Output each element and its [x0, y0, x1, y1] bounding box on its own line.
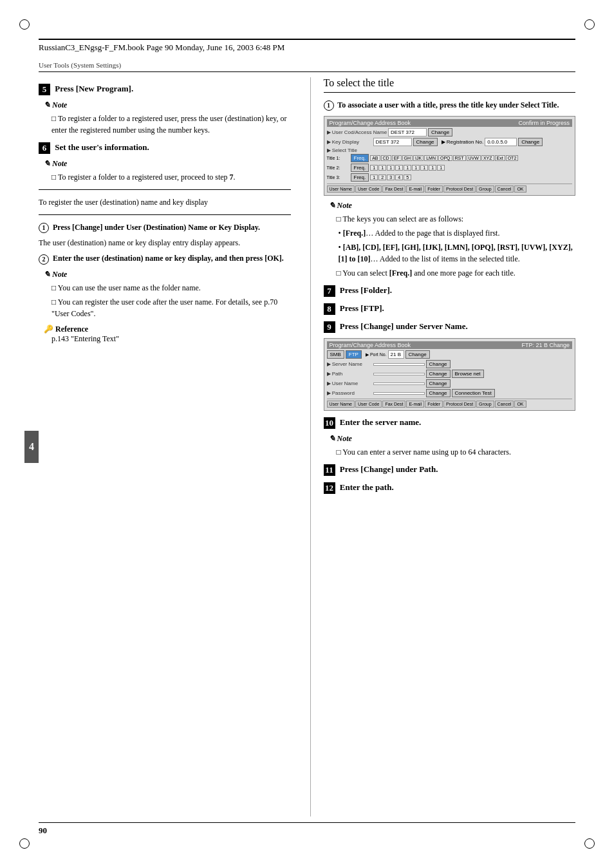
mock-ftp-row4: ▶ User Name Change: [327, 379, 573, 388]
sub1-circ: 1: [39, 223, 49, 233]
mock-title3-row: Title 3: Freq. 12345: [327, 173, 412, 182]
mock-screen-2: Program/Change Address Book FTP: 21 B Ch…: [324, 338, 576, 411]
sub1-instruction: 1 Press [Change] under User (Destination…: [39, 222, 291, 233]
step6-heading: 6 Set the user's information.: [39, 142, 291, 154]
bullet-alpha: [AB], [CD], [EF], [GH], [IJK], [LMN], [O…: [339, 241, 576, 265]
reference-box: Reference p.143 "Entering Text": [44, 325, 291, 344]
step8-heading: 8 Press [FTP].: [324, 303, 576, 315]
mock-screen2-titlebar: Program/Change Address Book FTP: 21 B Ch…: [327, 341, 573, 349]
divider2: [39, 214, 291, 215]
step5-note-title: Note: [44, 100, 291, 110]
mock-ftp-row5: ▶ Password Change Connection Test: [327, 389, 573, 397]
mock-nav-2: User Name User Code Fax Dest E-mail Fold…: [327, 399, 573, 408]
sub2-note: Note You can use the user name as the fo…: [44, 270, 291, 319]
step5-note: Note To register a folder to a registere…: [44, 100, 291, 136]
step9-num: 9: [324, 321, 335, 333]
step5-note-item-1: To register a folder to a registered use…: [51, 113, 291, 136]
sub2-note-item-1: You can use the user name as the folder …: [51, 282, 291, 294]
corner-mark-tr: [584, 19, 595, 30]
step11-heading: 11 Press [Change] under Path.: [324, 464, 576, 476]
left-column: 4 5 Press [New Program]. Note To registe…: [39, 77, 297, 816]
mock-screen-1: Program/Change Address Book Confirm in P…: [324, 116, 576, 196]
mock-title2-row: Title 2: Freq. 111111111: [327, 164, 445, 172]
step11-num: 11: [324, 464, 335, 476]
page-number: 90: [39, 826, 47, 836]
step10-heading: 10 Enter the server name.: [324, 417, 576, 429]
step10-num: 10: [324, 417, 335, 429]
sub2-circ: 2: [39, 254, 49, 265]
step12-text: Enter the path.: [340, 482, 394, 492]
step6-num: 6: [39, 142, 50, 154]
top-header: RussianC3_ENgsg-F_FM.book Page 90 Monday…: [39, 39, 575, 53]
mock-screen1-titlebar: Program/Change Address Book Confirm in P…: [327, 119, 573, 127]
step9-heading: 9 Press [Change] under Server Name.: [324, 321, 576, 333]
right-note1-title: Note: [329, 201, 576, 211]
mock-nav-1: User Name User Code Fax Dest E-mail Fold…: [327, 184, 573, 193]
sub-heading-dest: To register the user (destination) name …: [39, 196, 291, 208]
step10-note-item: You can enter a server name using up to …: [337, 446, 576, 458]
right-note1-item: The keys you can select are as follows:: [337, 213, 576, 225]
side-tab: 4: [24, 431, 39, 463]
corner-mark-br: [584, 838, 595, 849]
sub2-note-item-2: You can register the user code after the…: [51, 296, 291, 319]
mock-row-select-title: ▶ Select Title Title 1: Freq. ABCDEFGHIJ…: [327, 147, 573, 182]
step6-note-title: Note: [44, 159, 291, 169]
step6-note: Note To register a folder to a registere…: [44, 159, 291, 183]
page-header-text: User Tools (System Settings): [39, 61, 121, 69]
step10-text: Enter the server name.: [340, 417, 422, 427]
right-title: To select the title: [324, 77, 576, 93]
right-sub1-circ: 1: [324, 100, 334, 111]
right-column: To select the title 1 To associate a use…: [310, 77, 576, 816]
step7-heading: 7 Press [Folder].: [324, 285, 576, 297]
file-info: RussianC3_ENgsg-F_FM.book Page 90 Monday…: [39, 42, 284, 53]
mock-title3-keys: 12345: [370, 175, 411, 180]
step8-num: 8: [324, 303, 335, 315]
sub1-text: Press [Change] under User (Destination) …: [53, 223, 260, 232]
mock-title1-row: Title 1: Freq. ABCDEFGHIJKLMNOPQRSTUVWXY…: [327, 154, 519, 162]
step9-text: Press [Change] under Server Name.: [340, 321, 468, 331]
mock-ftp-row2: ▶ Server Name Change: [327, 360, 573, 368]
right-note1: Note The keys you can select are as foll…: [329, 201, 576, 279]
mock-title2-keys: 111111111: [370, 165, 445, 171]
mock-row-2: ▶ Key Display DEST 372 Change ▶ Registra…: [327, 138, 573, 146]
mock-row-1: ▶ User Cod/Access Name DEST 372 Change: [327, 128, 573, 137]
step7-text: Press [Folder].: [340, 285, 392, 295]
bullet-freq: [Freq.]… Added to the page that is displ…: [339, 227, 576, 239]
sub1-normal: The user (destination) name or key displ…: [39, 237, 291, 249]
step6-note-item-1: To register a folder to a registered use…: [51, 171, 291, 183]
right-sub1: 1 To associate a user with a title, pres…: [324, 99, 576, 111]
step5-heading: 5 Press [New Program].: [39, 84, 291, 95]
step12-heading: 12 Enter the path.: [324, 482, 576, 494]
content-area: 4 5 Press [New Program]. Note To registe…: [39, 77, 575, 816]
corner-mark-tl: [19, 19, 30, 30]
step5-text: Press [New Program].: [55, 84, 133, 93]
corner-mark-bl: [19, 838, 30, 849]
right-sub1-text: To associate a user with a title, press …: [337, 100, 559, 109]
step10-note-title: Note: [329, 434, 576, 444]
mock-ftp-row3: ▶ Path Change Browse net: [327, 370, 573, 378]
divider1: [39, 189, 291, 190]
ref-text: p.143 "Entering Text": [51, 334, 291, 344]
ref-title: Reference: [44, 325, 291, 334]
step7-num: 7: [324, 285, 335, 297]
bottom-line: [39, 822, 575, 823]
mock-ftp-row1: SMB FTP ▶ Port No. 21 B Change: [327, 350, 573, 359]
right-note1-extra: You can select [Freq.] and one more page…: [337, 267, 576, 279]
page-header: User Tools (System Settings): [39, 61, 575, 72]
step11-text: Press [Change] under Path.: [340, 464, 438, 474]
step6-text: Set the user's information.: [55, 142, 149, 152]
step10-note: Note You can enter a server name using u…: [329, 434, 576, 458]
sub2-text: Enter the user (destination) name or key…: [53, 254, 284, 263]
step5-num: 5: [39, 84, 50, 95]
step12-num: 12: [324, 482, 335, 494]
sub2-note-title: Note: [44, 270, 291, 279]
step8-text: Press [FTP].: [340, 303, 384, 313]
sub2-instruction: 2 Enter the user (destination) name or k…: [39, 252, 291, 264]
mock-title1-keys: ABCDEFGHIJKLMNOPQRSTUVWXYZExtOT2: [370, 155, 518, 161]
